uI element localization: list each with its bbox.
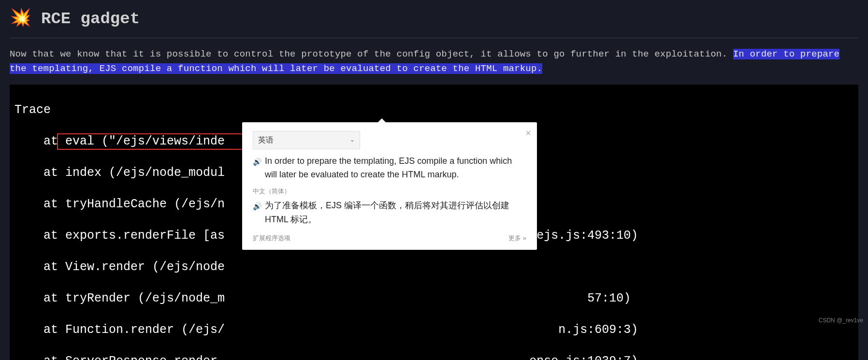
speaker-icon[interactable]: 🔊 — [253, 201, 262, 212]
heading-text: RCE gadget — [41, 6, 140, 32]
code-line: at tryRender (/ejs/node_mxxxxxxxxxxxxxxx… — [14, 291, 854, 307]
code-line: at Function.render (/ejs/xxxxxxxxxxxxxxx… — [14, 322, 854, 338]
more-link[interactable]: 更多 » — [508, 233, 526, 244]
chevron-down-icon: ⌄ — [350, 135, 355, 144]
paragraph-1: Now that we know that it is possible to … — [10, 47, 858, 76]
page-title: 💥 RCE gadget — [10, 5, 858, 38]
close-icon[interactable]: × — [525, 125, 531, 141]
speaker-icon[interactable]: 🔊 — [253, 156, 262, 168]
code-line: Trace — [14, 102, 854, 118]
explosion-icon: 💥 — [10, 5, 31, 33]
translation-popup: × 英语 ⌄ 🔊 In order to prepare the templat… — [242, 122, 537, 250]
code-line: at View.render (/ejs/node — [14, 259, 854, 275]
code-line: at ServerResponse.render xxxxxxxxxxxxxxx… — [14, 354, 854, 360]
watermark: CSDN @_rev1ve — [819, 316, 863, 325]
lang-select-value: 英语 — [258, 134, 274, 146]
target-language-label: 中文（简体） — [253, 187, 526, 197]
target-text: 为了准备模板，EJS 编译一个函数，稍后将对其进行评估以创建 HTML 标记。 — [265, 199, 526, 227]
para1-a: Now that we know that it is possible to … — [10, 49, 733, 59]
source-language-select[interactable]: 英语 ⌄ — [253, 131, 360, 149]
extension-options-link[interactable]: 扩展程序选项 — [253, 233, 290, 244]
source-text: In order to prepare the templating, EJS … — [265, 154, 526, 182]
